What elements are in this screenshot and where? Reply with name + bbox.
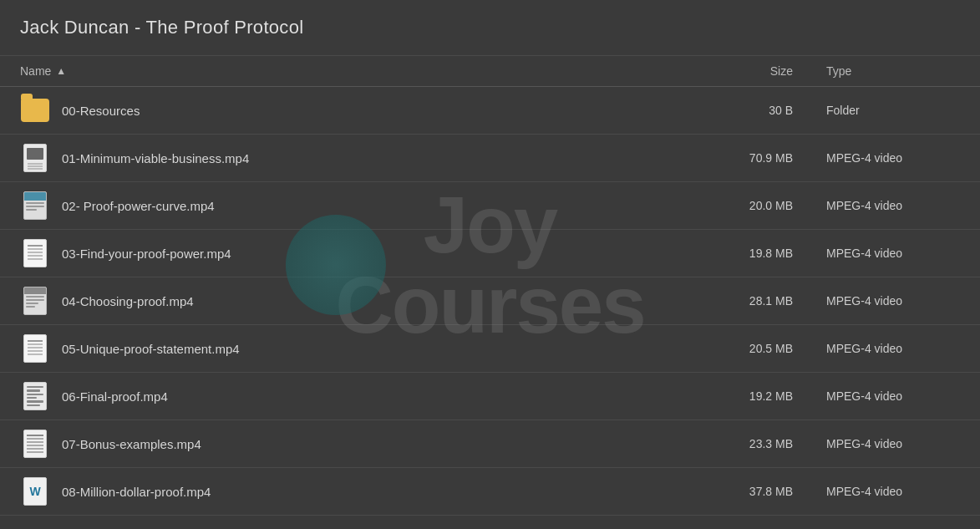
doc-thumb2-icon: [20, 286, 50, 316]
title-bar: Jack Duncan - The Proof Protocol: [0, 0, 980, 56]
table-row[interactable]: 00-Resources 30 B Folder: [0, 87, 980, 135]
table-row[interactable]: 03-Find-your-proof-power.mp4 19.8 MB MPE…: [0, 230, 980, 277]
file-type: MPEG-4 video: [826, 294, 960, 308]
file-type: MPEG-4 video: [826, 342, 960, 355]
file-size: 20.0 MB: [709, 199, 826, 212]
video-file-icon: [20, 143, 50, 173]
file-size: 70.9 MB: [709, 151, 826, 165]
file-name: 07-Bonus-examples.mp4: [62, 437, 709, 451]
file-size: 19.8 MB: [709, 247, 826, 260]
file-name: 00-Resources: [62, 104, 709, 118]
file-type: MPEG-4 video: [826, 389, 960, 403]
file-name: 06-Final-proof.mp4: [62, 389, 709, 404]
doc-thumb-icon: [20, 191, 50, 221]
bars-file-icon: [20, 381, 50, 411]
table-row[interactable]: W 08-Million-dollar-proof.mp4 37.8 MB MP…: [0, 468, 980, 516]
col-type-label: Type: [826, 64, 851, 78]
file-size: 28.1 MB: [709, 294, 826, 308]
table-row[interactable]: 07-Bonus-examples.mp4 23.3 MB MPEG-4 vid…: [0, 420, 980, 468]
sort-arrow-icon: ▲: [56, 65, 66, 77]
file-name: 08-Million-dollar-proof.mp4: [62, 485, 709, 499]
wp-file-icon: W: [20, 476, 50, 506]
page-title: Jack Duncan - The Proof Protocol: [20, 17, 960, 38]
table-row[interactable]: 05-Unique-proof-statement.mp4 20.5 MB MP…: [0, 325, 980, 373]
file-size: 20.5 MB: [709, 342, 826, 355]
table-row[interactable]: 04-Choosing-proof.mp4 28.1 MB MPEG-4 vid…: [0, 277, 980, 325]
table-header: Name ▲ Size Type: [0, 56, 980, 87]
file-size: 19.2 MB: [709, 389, 826, 403]
file-name: 02- Proof-power-curve.mp4: [62, 199, 709, 213]
file-size: 23.3 MB: [709, 437, 826, 450]
file-type: MPEG-4 video: [826, 199, 960, 212]
doc-lines-icon: [20, 429, 50, 459]
file-type: MPEG-4 video: [826, 437, 960, 450]
table-row[interactable]: 01-Minimum-viable-business.mp4 70.9 MB M…: [0, 135, 980, 182]
file-size: 37.8 MB: [709, 485, 826, 498]
file-type: Folder: [826, 104, 960, 117]
file-type: MPEG-4 video: [826, 151, 960, 165]
file-icon: [20, 238, 50, 268]
file-size: 30 B: [709, 104, 826, 117]
file-name: 03-Find-your-proof-power.mp4: [62, 247, 709, 261]
file-type: MPEG-4 video: [826, 485, 960, 498]
col-size-label: Size: [770, 64, 793, 78]
file-type: MPEG-4 video: [826, 247, 960, 260]
file-icon: [20, 333, 50, 364]
file-name: 01-Minimum-viable-business.mp4: [62, 151, 709, 165]
table-row[interactable]: 06-Final-proof.mp4 19.2 MB MPEG-4 video: [0, 373, 980, 420]
file-name: 04-Choosing-proof.mp4: [62, 294, 709, 308]
file-list: 00-Resources 30 B Folder 01-Minimum-viab…: [0, 87, 980, 516]
folder-icon: [20, 95, 50, 125]
table-row[interactable]: 02- Proof-power-curve.mp4 20.0 MB MPEG-4…: [0, 182, 980, 230]
file-name: 05-Unique-proof-statement.mp4: [62, 342, 709, 356]
col-name-label: Name: [20, 64, 51, 78]
